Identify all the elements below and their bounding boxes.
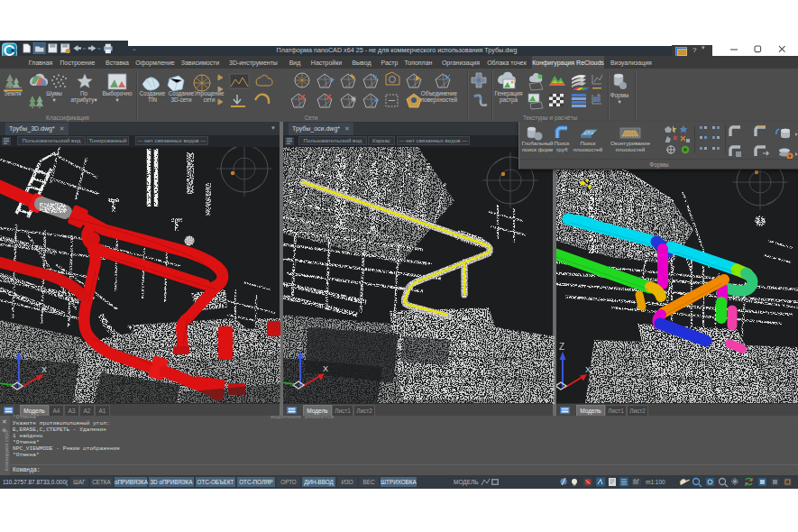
svg-text:+: + — [330, 76, 335, 85]
svg-text:+: + — [374, 96, 379, 105]
